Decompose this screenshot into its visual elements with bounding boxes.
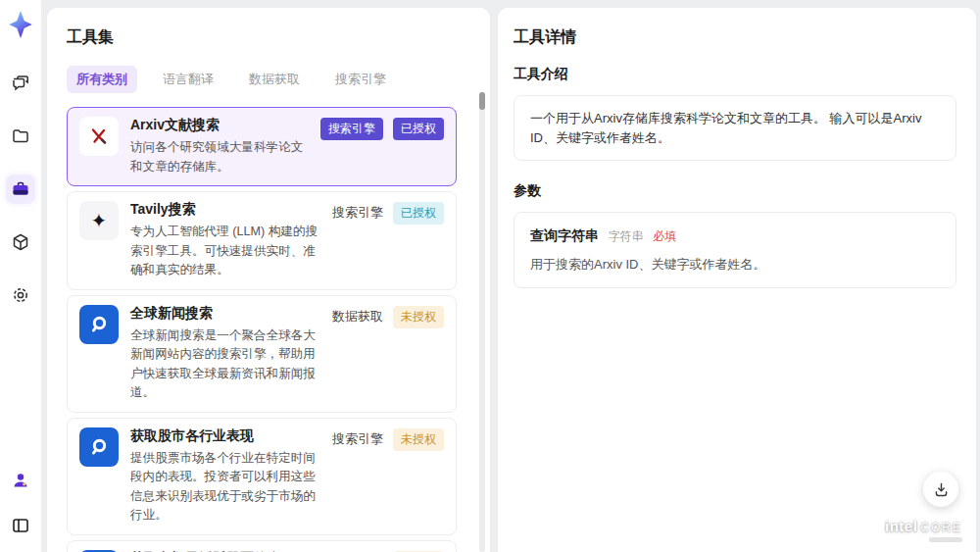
toolset-panel: 工具集 所有类别 语言翻译 数据获取 搜索引擎 [47,8,490,552]
tool-description: 访问各个研究领域大量科学论文和文章的存储库。 [130,138,309,176]
tool-list-item-arxiv[interactable]: Arxiv文献搜索 访问各个研究领域大量科学论文和文章的存储库。 搜索引擎 已授… [67,107,457,186]
auth-status-badge: 未授权 [393,428,444,451]
param-description: 用于搜索的Arxiv ID、关键字或作者姓名。 [530,255,940,275]
tool-name: Arxiv文献搜索 [130,117,309,134]
arxiv-icon [79,117,119,156]
category-label: 数据获取 [332,306,383,326]
intro-heading: 工具介绍 [514,66,956,83]
tool-list-item-sector-performance[interactable]: 获取股市各行业表现 提供股票市场各个行业在特定时间段内的表现。投资者可以利用这些… [67,418,457,535]
tool-name: 全球新闻搜索 [130,305,320,323]
panel-toggle-icon[interactable] [6,511,35,540]
intel-logo-sub-bar [929,537,962,542]
core-wordmark: core [920,521,962,534]
tool-details-panel: 工具详情 工具介绍 一个用于从Arxiv存储库搜索科学论文和文章的工具。 输入可… [498,8,976,552]
category-tabs: 所有类别 语言翻译 数据获取 搜索引擎 [67,66,470,93]
tab-language-translation[interactable]: 语言翻译 [153,66,223,93]
list-scrollbar-thumb[interactable] [479,92,485,110]
tool-description: 全球新闻搜索是一个聚合全球各大新闻网站内容的搜索引擎，帮助用户快速获取全球最新资… [130,326,320,403]
download-button[interactable] [923,472,958,507]
auth-status-badge: 未授权 [393,306,444,328]
param-header: 查询字符串 字符串 必填 [530,226,940,246]
blue-q-icon [79,305,119,344]
tab-data-fetch[interactable]: 数据获取 [239,66,310,93]
tab-all-categories[interactable]: 所有类别 [67,66,137,93]
user-icon[interactable] [6,466,35,495]
app-logo-icon [8,10,33,39]
intel-core-logo: intelcore [885,518,962,542]
rail-bottom [6,466,35,540]
details-title: 工具详情 [514,27,956,48]
tool-list: Arxiv文献搜索 访问各个研究领域大量科学论文和文章的存储库。 搜索引擎 已授… [67,107,470,552]
category-badge: 搜索引擎 [320,118,383,140]
tool-list-item-global-news[interactable]: 全球新闻搜索 全球新闻搜索是一个聚合全球各大新闻网站内容的搜索引擎，帮助用户快速… [67,295,457,413]
tab-search-engine[interactable]: 搜索引擎 [325,66,396,93]
tool-name: Tavily搜索 [130,201,320,219]
tool-description: 专为人工智能代理 (LLM) 构建的搜索引擎工具。可快速提供实时、准确和真实的结… [130,223,320,280]
app-root: 工具集 所有类别 语言翻译 数据获取 搜索引擎 [0,0,980,552]
category-label: 搜索引擎 [332,428,383,448]
tool-list-item-tavily[interactable]: ✦ Tavily搜索 专为人工智能代理 (LLM) 构建的搜索引擎工具。可快速提… [67,191,457,290]
blue-q-icon [79,427,119,467]
chat-icon[interactable] [6,69,35,98]
tool-name: 获取股市各行业表现 [130,427,320,445]
tavily-star-icon: ✦ [79,201,119,240]
intel-wordmark: intel [885,518,917,534]
param-type: 字符串 [609,229,644,243]
auth-status-badge: 已授权 [393,202,444,225]
param-required-flag: 必填 [653,229,676,243]
param-name: 查询字符串 [530,227,599,243]
briefcase-icon[interactable] [6,175,35,204]
category-label: 搜索引擎 [332,202,383,222]
param-box: 查询字符串 字符串 必填 用于搜索的Arxiv ID、关键字或作者姓名。 [514,212,956,288]
cube-icon[interactable] [6,227,35,257]
tool-description: 提供股票市场各个行业在特定时间段内的表现。投资者可以利用这些信息来识别表现优于或… [130,449,320,526]
list-scrollbar [479,92,485,552]
auth-status-badge: 已授权 [393,118,444,140]
main-content: 工具集 所有类别 语言翻译 数据获取 搜索引擎 [41,0,980,552]
folder-icon[interactable] [6,122,35,151]
toolset-title: 工具集 [67,27,470,48]
params-heading: 参数 [514,182,956,200]
intro-text-box: 一个用于从Arxiv存储库搜索科学论文和文章的工具。 输入可以是Arxiv ID… [514,95,956,161]
rail-nav [6,69,35,310]
tool-list-item-active-stocks[interactable]: 获取市场最活跃股票信息 提供当天交易量最高的股票列表，投资者可以利用这些信息来识… [67,540,457,552]
icon-rail [0,0,41,552]
gear-icon[interactable] [6,280,35,310]
